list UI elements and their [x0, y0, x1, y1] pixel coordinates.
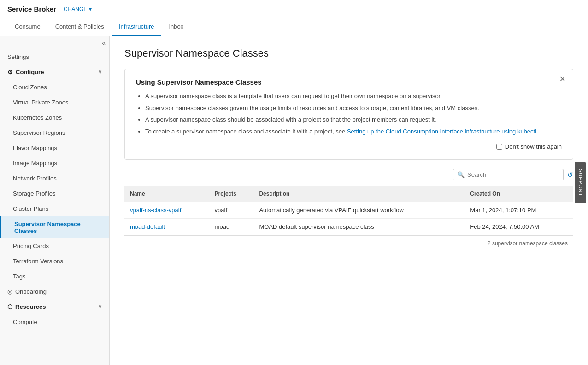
sidebar-collapse-button[interactable]: «	[98, 36, 109, 49]
sidebar-item-supervisor-regions[interactable]: Supervisor Regions	[0, 125, 109, 140]
cell-created-on: Feb 24, 2024, 7:50:00 AM	[465, 219, 573, 235]
search-icon: 🔍	[457, 171, 465, 178]
onboarding-icon: ◎	[7, 288, 12, 295]
cell-name: vpaif-ns-class-vpaif	[124, 202, 209, 219]
col-name: Name	[124, 186, 209, 202]
info-box-footer: Don't show this again	[136, 143, 562, 150]
layout: « Settings ⚙ Configure ∨ Cloud Zones Vir…	[0, 36, 588, 365]
sidebar-item-kubernetes-zones[interactable]: Kubernetes Zones	[0, 110, 109, 125]
sidebar-item-cloud-zones[interactable]: Cloud Zones	[0, 80, 109, 95]
info-box-list: A supervisor namespace class is a templa…	[136, 92, 562, 136]
info-bullet-4: To create a supervisor namespace class a…	[145, 127, 562, 136]
info-bullet-1: A supervisor namespace class is a templa…	[145, 92, 562, 101]
sidebar-item-pricing-cards[interactable]: Pricing Cards	[0, 238, 109, 254]
cell-projects: vpaif	[209, 202, 254, 219]
resources-label: Resources	[15, 303, 46, 310]
info-box-close-button[interactable]: ✕	[559, 75, 565, 83]
sidebar-item-resources[interactable]: ⬡ Resources ∨	[0, 299, 109, 314]
change-button[interactable]: CHANGE ▾	[64, 6, 92, 12]
sidebar-item-supervisor-namespace-classes[interactable]: Supervisor Namespace Classes	[0, 216, 109, 238]
sidebar-item-network-profiles[interactable]: Network Profiles	[0, 171, 109, 186]
page-title: Supervisor Namespace Classes	[124, 47, 573, 59]
cell-description: Automatically generated via VPAIF quicks…	[253, 202, 465, 219]
toolbar: 🔍 ↺	[124, 169, 573, 180]
search-input[interactable]	[467, 171, 559, 178]
sidebar-item-settings[interactable]: Settings	[0, 49, 109, 64]
row-name-link[interactable]: vpaif-ns-class-vpaif	[130, 207, 181, 214]
table-row: vpaif-ns-class-vpaif vpaif Automatically…	[124, 202, 573, 219]
table-body: vpaif-ns-class-vpaif vpaif Automatically…	[124, 202, 573, 235]
sidebar-item-terraform-versions[interactable]: Terraform Versions	[0, 254, 109, 269]
nav-tabs: Consume Content & Policies Infrastructur…	[0, 18, 588, 36]
row-name-link[interactable]: moad-default	[130, 223, 165, 230]
col-created-on: Created On	[465, 186, 573, 202]
info-box: Using Supervisor Namespace Classes ✕ A s…	[124, 69, 573, 160]
sidebar-item-compute[interactable]: Compute	[0, 314, 109, 330]
cell-projects: moad	[209, 219, 254, 235]
main-content: Supervisor Namespace Classes Using Super…	[110, 36, 588, 365]
info-box-link[interactable]: Setting up the Cloud Consumption Interfa…	[347, 128, 536, 135]
sidebar-item-flavor-mappings[interactable]: Flavor Mappings	[0, 140, 109, 156]
change-label: CHANGE	[64, 6, 87, 12]
sidebar-item-tags[interactable]: Tags	[0, 269, 109, 284]
table-footer: 2 supervisor namespace classes	[124, 235, 573, 251]
info-box-title: Using Supervisor Namespace Classes	[136, 78, 562, 86]
dont-show-again-checkbox[interactable]	[496, 144, 502, 150]
tab-infrastructure[interactable]: Infrastructure	[112, 18, 162, 36]
tab-inbox[interactable]: Inbox	[161, 18, 191, 36]
top-bar: Service Broker CHANGE ▾	[0, 0, 588, 18]
cell-name: moad-default	[124, 219, 209, 235]
sidebar: « Settings ⚙ Configure ∨ Cloud Zones Vir…	[0, 36, 110, 365]
sidebar-item-image-mappings[interactable]: Image Mappings	[0, 156, 109, 171]
chevron-down-icon: ▾	[89, 6, 92, 12]
search-box: 🔍	[453, 169, 564, 180]
tab-content-policies[interactable]: Content & Policies	[48, 18, 112, 36]
table-row: moad-default moad MOAD default superviso…	[124, 219, 573, 235]
col-description: Description	[253, 186, 465, 202]
chevron-down-icon: ∨	[98, 304, 102, 310]
cell-created-on: Mar 1, 2024, 1:07:10 PM	[465, 202, 573, 219]
sidebar-item-onboarding[interactable]: ◎ Onboarding	[0, 284, 109, 299]
support-tab[interactable]: SUPPORT	[575, 162, 586, 203]
settings-label: Settings	[7, 53, 29, 60]
configure-label: Configure	[16, 69, 44, 75]
table-header: Name Projects Description Created On	[124, 186, 573, 202]
info-bullet-3: A supervisor namespace class should be a…	[145, 115, 562, 124]
sidebar-item-storage-profiles[interactable]: Storage Profiles	[0, 186, 109, 201]
refresh-button[interactable]: ↺	[567, 171, 573, 179]
dont-show-again-text: Don't show this again	[505, 143, 562, 150]
dont-show-again-label[interactable]: Don't show this again	[496, 143, 562, 150]
sidebar-item-cluster-plans[interactable]: Cluster Plans	[0, 201, 109, 216]
cell-description: MOAD default supervisor namespace class	[253, 219, 465, 235]
col-projects: Projects	[209, 186, 254, 202]
sidebar-item-configure[interactable]: ⚙ Configure ∨	[0, 64, 109, 80]
tab-consume[interactable]: Consume	[7, 18, 48, 36]
sidebar-item-virtual-private-zones[interactable]: Virtual Private Zones	[0, 95, 109, 110]
resources-icon: ⬡	[7, 303, 12, 310]
data-table: Name Projects Description Created On vpa…	[124, 186, 573, 235]
chevron-down-icon: ∨	[98, 69, 102, 75]
info-bullet-2: Supervisor namespace classes govern the …	[145, 104, 562, 113]
configure-icon: ⚙	[7, 69, 13, 75]
app-title: Service Broker	[7, 5, 56, 13]
